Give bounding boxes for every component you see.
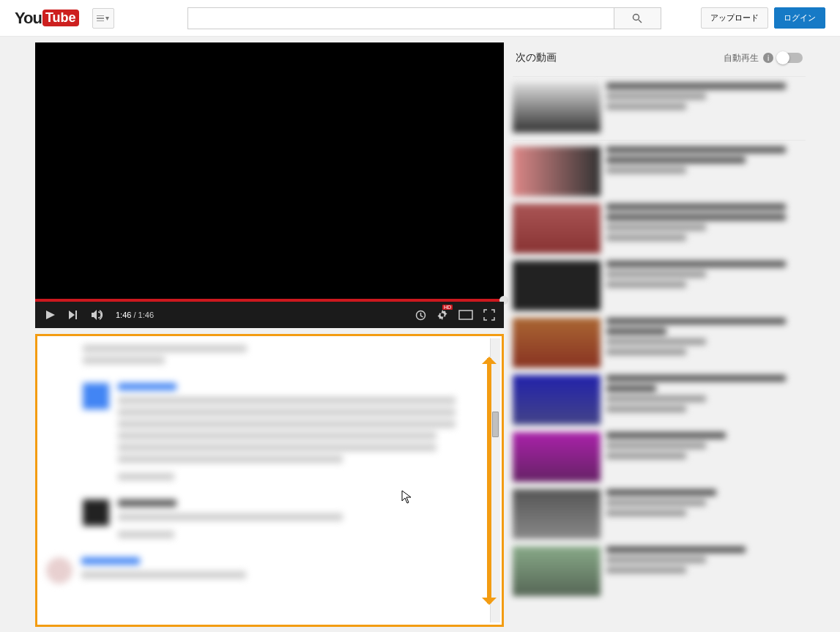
play-button[interactable]	[44, 309, 56, 321]
comments-blurred-content	[37, 336, 502, 625]
header-actions: アップロード ログイン	[701, 7, 825, 29]
watch-later-button[interactable]	[415, 310, 426, 321]
video-thumbnail	[513, 261, 601, 311]
hd-badge: HD	[442, 305, 453, 310]
search-form	[187, 7, 661, 29]
logo-text-you: You	[15, 9, 42, 28]
avatar	[46, 557, 73, 584]
settings-button[interactable]: HD	[436, 309, 448, 321]
current-time: 1:46	[116, 311, 131, 319]
time-display: 1:46 / 1:46	[116, 311, 154, 319]
recommendation-item[interactable]	[513, 489, 806, 539]
upload-button[interactable]: アップロード	[701, 7, 768, 29]
logo-text-tube: Tube	[42, 10, 79, 26]
next-icon	[67, 309, 79, 321]
next-button[interactable]	[67, 309, 79, 321]
avatar	[83, 499, 109, 526]
gear-icon	[436, 309, 448, 321]
video-player[interactable]: 1:46 / 1:46 HD	[35, 42, 504, 328]
recommendation-item[interactable]	[513, 204, 806, 253]
recommendation-item[interactable]	[513, 432, 806, 482]
svg-rect-4	[459, 311, 472, 319]
toggle-knob	[776, 51, 789, 64]
fullscreen-button[interactable]	[483, 309, 495, 321]
up-next-header: 次の動画 自動再生 i	[513, 42, 806, 77]
total-time: 1:46	[138, 311, 154, 319]
login-button[interactable]: ログイン	[774, 7, 825, 29]
main-column: 1:46 / 1:46 HD	[35, 42, 504, 627]
svg-point-0	[633, 14, 639, 20]
video-thumbnail	[513, 204, 601, 253]
svg-line-1	[639, 20, 642, 23]
autoplay-label: 自動再生	[724, 52, 759, 64]
search-icon	[632, 13, 642, 23]
clock-icon	[415, 310, 426, 321]
hamburger-icon	[97, 15, 104, 21]
guide-menu-button[interactable]: ▾	[92, 8, 114, 29]
youtube-logo[interactable]: You Tube	[15, 9, 79, 28]
theater-mode-button[interactable]	[458, 310, 473, 320]
play-icon	[44, 309, 56, 321]
autoplay-control: 自動再生 i	[724, 52, 803, 64]
controls-right: HD	[415, 309, 495, 321]
video-thumbnail	[513, 318, 601, 368]
video-thumbnail	[513, 146, 601, 196]
video-thumbnail	[513, 83, 601, 133]
theater-icon	[458, 310, 473, 320]
svg-point-3	[441, 313, 445, 317]
recommendation-item[interactable]	[513, 318, 806, 368]
sidebar-column: 次の動画 自動再生 i	[513, 42, 806, 627]
search-input[interactable]	[187, 7, 614, 29]
recommendation-item[interactable]	[513, 375, 806, 425]
autoplay-toggle[interactable]	[778, 53, 803, 63]
avatar	[83, 383, 109, 409]
recommendation-item[interactable]	[513, 146, 806, 196]
player-controls: 1:46 / 1:46 HD	[35, 302, 504, 328]
fullscreen-icon	[483, 309, 495, 321]
video-thumbnail	[513, 432, 601, 482]
recommendation-item[interactable]	[513, 261, 806, 311]
info-icon[interactable]: i	[763, 53, 773, 63]
search-button[interactable]	[614, 7, 661, 29]
video-thumbnail	[513, 546, 601, 596]
recommendation-item[interactable]	[513, 546, 806, 596]
page-content: 1:46 / 1:46 HD	[0, 37, 840, 632]
volume-icon	[91, 309, 104, 321]
video-thumbnail	[513, 375, 601, 425]
site-header: You Tube ▾ アップロード ログイン	[0, 0, 840, 37]
comments-section-highlighted	[35, 334, 504, 627]
video-thumbnail	[513, 489, 601, 539]
up-next-label: 次の動画	[516, 51, 557, 64]
recommendation-item[interactable]	[513, 83, 806, 133]
volume-button[interactable]	[91, 309, 104, 321]
